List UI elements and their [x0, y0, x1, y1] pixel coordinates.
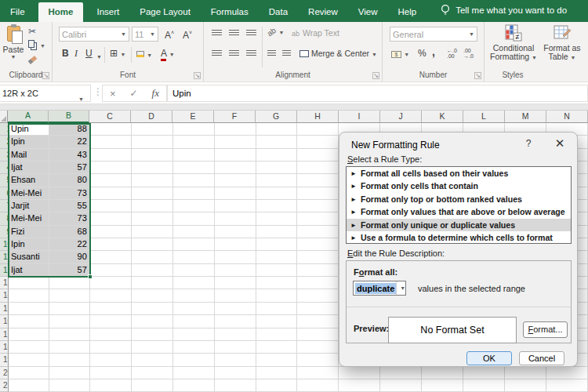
font-dialog-launcher-icon[interactable]: ↘ — [194, 72, 201, 79]
cell-name[interactable] — [9, 367, 49, 379]
cell-value[interactable] — [49, 328, 90, 341]
cell-value[interactable]: 88 — [49, 123, 90, 136]
chevron-down-icon[interactable]: ▼ — [96, 52, 102, 63]
help-icon[interactable]: ? — [521, 138, 535, 149]
ribbon-tab[interactable]: Page Layout — [129, 2, 201, 22]
row-header[interactable]: 9 — [0, 226, 9, 238]
column-header[interactable]: K — [422, 111, 463, 123]
align-left-icon[interactable] — [212, 49, 222, 60]
cell-name[interactable]: Mei-Mei — [9, 187, 49, 200]
row-header[interactable]: 21 — [0, 379, 9, 392]
cell-name[interactable]: Fizi — [9, 226, 49, 238]
copy-button[interactable]: ▼ — [28, 39, 45, 52]
ribbon-tab[interactable]: Review — [298, 2, 348, 22]
column-header[interactable]: J — [380, 111, 422, 123]
accounting-format-button[interactable]: $ ▼ — [391, 48, 409, 60]
ribbon-tab[interactable]: Home — [38, 2, 84, 22]
cell-name[interactable] — [9, 303, 49, 315]
row-header[interactable]: 17 — [0, 328, 9, 341]
cell-value[interactable]: 73 — [49, 187, 90, 200]
row-header[interactable]: 6 — [0, 187, 9, 200]
cell-name[interactable] — [9, 328, 49, 341]
row-header[interactable]: 12 — [0, 264, 9, 277]
conditional-formatting-button[interactable]: ≠ ConditionalFormatting ▼ — [489, 24, 538, 62]
column-header[interactable]: E — [172, 111, 214, 123]
row-header[interactable]: 13 — [0, 277, 9, 289]
column-header[interactable]: H — [297, 111, 339, 123]
column-header[interactable]: C — [89, 111, 131, 123]
cell-name[interactable] — [9, 354, 49, 366]
name-box[interactable]: 12R x 2C▼ — [0, 85, 91, 102]
cell-value[interactable] — [49, 277, 90, 289]
row-header[interactable]: 2 — [0, 136, 9, 148]
rule-type-option[interactable]: ►Format only cells that contain — [347, 180, 571, 192]
align-right-icon[interactable] — [246, 49, 256, 60]
cell-value[interactable] — [49, 315, 90, 328]
cell-name[interactable]: Ijat — [9, 264, 49, 277]
column-header[interactable]: A — [8, 111, 49, 123]
fill-handle[interactable] — [88, 274, 93, 279]
align-top-icon[interactable] — [212, 28, 222, 39]
paste-button[interactable]: Paste ▼ — [2, 24, 24, 70]
cell-value[interactable] — [49, 379, 90, 392]
cell-name[interactable] — [9, 289, 49, 302]
rule-type-option[interactable]: ►Format only values that are above or be… — [347, 205, 571, 218]
row-header[interactable]: 14 — [0, 289, 9, 302]
cell-value[interactable] — [49, 341, 90, 354]
cell-name[interactable]: Ipin — [9, 238, 49, 251]
cell-name[interactable]: Mail — [9, 149, 49, 162]
close-icon[interactable]: ✕ — [551, 136, 568, 151]
align-middle-icon[interactable] — [229, 28, 239, 39]
ribbon-tab[interactable]: File — [0, 2, 35, 22]
row-header[interactable]: 3 — [0, 149, 9, 162]
cancel-entry-icon[interactable]: × — [110, 88, 116, 100]
ribbon-tab[interactable]: View — [348, 2, 388, 22]
decrease-font-size-button[interactable]: A˅ — [183, 27, 192, 41]
cell-value[interactable]: 80 — [49, 174, 90, 187]
rule-type-option[interactable]: ►Format only top or bottom ranked values — [347, 193, 571, 205]
orientation-button[interactable]: ab ▼ — [267, 26, 284, 38]
cell-value[interactable]: 73 — [49, 212, 90, 225]
cell-name[interactable]: Ipin — [9, 136, 49, 148]
cell-value[interactable] — [49, 289, 90, 302]
comma-style-button[interactable]: , — [432, 46, 435, 57]
cell-name[interactable]: Mei-Mei — [9, 212, 49, 225]
row-header[interactable]: 11 — [0, 251, 9, 263]
column-header[interactable]: I — [339, 111, 380, 123]
cell-value[interactable]: 43 — [49, 149, 90, 162]
tell-me-box[interactable]: Tell me what you want to do — [426, 0, 575, 22]
alignment-dialog-launcher-icon[interactable]: ↘ — [372, 72, 379, 79]
formula-input[interactable]: Upin — [167, 85, 588, 102]
cut-button[interactable]: ✂ — [28, 26, 36, 37]
row-header[interactable]: 1 — [0, 123, 9, 136]
cell-value[interactable]: 57 — [49, 264, 90, 277]
column-header[interactable]: G — [256, 111, 297, 123]
format-painter-button[interactable] — [28, 53, 37, 64]
cell-value[interactable] — [49, 354, 90, 366]
decrease-decimal-button[interactable]: .00→.0 — [463, 48, 474, 59]
row-header[interactable]: 15 — [0, 303, 9, 315]
merge-center-button[interactable]: Merge & Center ▼ — [299, 48, 377, 60]
column-header[interactable]: M — [505, 111, 546, 123]
rule-type-option[interactable]: ►Format all cells based on their values — [347, 167, 571, 180]
cell-styles-button[interactable]: CellStyles ▼ — [585, 24, 588, 62]
cell-value[interactable]: 57 — [49, 162, 90, 174]
clipboard-dialog-launcher-icon[interactable]: ↘ — [42, 72, 49, 79]
align-bottom-icon[interactable] — [246, 28, 256, 39]
row-header[interactable]: 8 — [0, 212, 9, 225]
ribbon-tab[interactable]: Formulas — [201, 2, 259, 22]
wrap-text-label[interactable]: Wrap Text — [303, 27, 339, 38]
cell-name[interactable]: Upin — [9, 123, 49, 136]
number-format-select[interactable]: General▼ — [390, 27, 477, 42]
cell-value[interactable]: 22 — [49, 238, 90, 251]
row-header[interactable]: 20 — [0, 367, 9, 379]
increase-decimal-button[interactable]: ←.0.00 — [447, 48, 457, 59]
italic-button[interactable]: I — [74, 48, 78, 59]
cell-value[interactable]: 90 — [49, 251, 90, 263]
cancel-button[interactable]: Cancel — [519, 351, 564, 365]
cell-value[interactable]: 68 — [49, 226, 90, 238]
confirm-entry-icon[interactable]: ✓ — [130, 88, 138, 99]
column-header[interactable]: N — [546, 111, 588, 123]
row-header[interactable]: 5 — [0, 174, 9, 187]
cell-name[interactable] — [9, 379, 49, 392]
